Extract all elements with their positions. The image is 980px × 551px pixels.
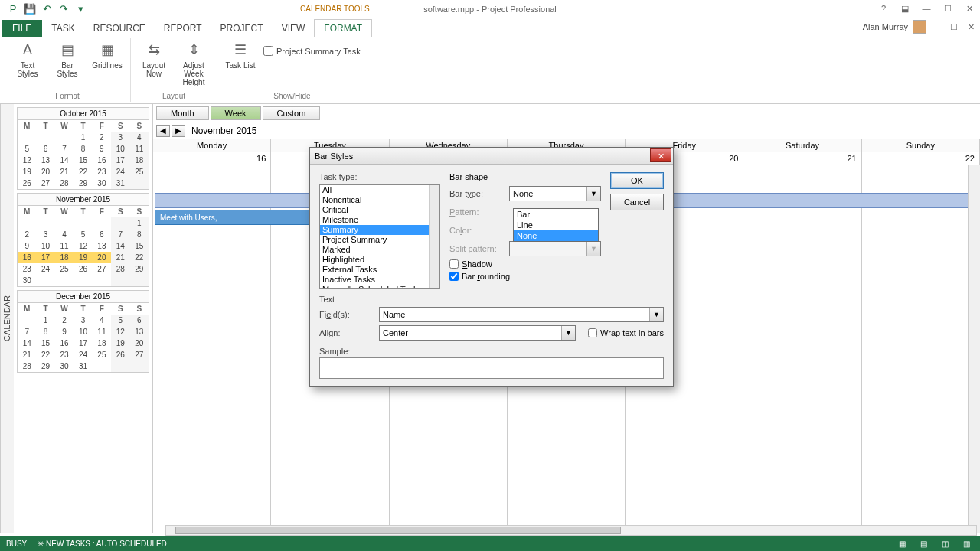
- dropdown-item[interactable]: None: [514, 230, 598, 241]
- status-bar: BUSY ✳ NEW TASKS : AUTO SCHEDULED ▦ ▤ ◫ …: [0, 536, 980, 551]
- view-gantt-icon[interactable]: ▦: [894, 540, 910, 548]
- bar-styles-button[interactable]: ▤Bar Styles: [51, 41, 84, 78]
- list-item[interactable]: Critical: [320, 205, 439, 215]
- tab-task[interactable]: TASK: [42, 20, 83, 37]
- task-list-icon: ☰: [230, 41, 251, 60]
- list-scrollbar[interactable]: [429, 185, 439, 288]
- pattern-label: Pattern:: [449, 207, 505, 217]
- tab-report[interactable]: REPORT: [155, 20, 211, 37]
- close-icon[interactable]: ✕: [962, 4, 977, 14]
- sample-label: Sample:: [319, 347, 664, 356]
- help-icon[interactable]: ?: [876, 4, 891, 14]
- layout-now-button[interactable]: ⇆Layout Now: [137, 41, 171, 78]
- list-item[interactable]: Summary: [320, 225, 439, 235]
- sidebar-tab-calendar[interactable]: CALENDAR: [0, 104, 14, 533]
- list-item[interactable]: External Tasks: [320, 265, 439, 275]
- window-title: software.mpp - Project Professional: [423, 5, 557, 14]
- list-item[interactable]: All: [320, 185, 439, 195]
- chevron-down-icon[interactable]: ▼: [586, 187, 600, 201]
- task-type-list[interactable]: AllNoncriticalCriticalMilestoneSummaryPr…: [319, 184, 440, 289]
- tab-view[interactable]: VIEW: [273, 20, 315, 37]
- gridlines-button[interactable]: ▦Gridlines: [90, 41, 124, 70]
- tab-resource[interactable]: RESOURCE: [84, 20, 155, 37]
- list-item[interactable]: Highlighted: [320, 255, 439, 265]
- doc-restore-icon[interactable]: ☐: [948, 22, 960, 32]
- redo-icon[interactable]: ↷: [57, 2, 70, 16]
- sample-box: [319, 357, 664, 379]
- task-type-label: Task type:: [319, 172, 440, 181]
- file-tab[interactable]: FILE: [2, 20, 42, 37]
- list-item[interactable]: Marked: [320, 245, 439, 255]
- mini-cal-title: November 2015: [18, 194, 149, 206]
- dialog-title: Bar Styles: [315, 152, 353, 161]
- project-summary-check[interactable]: Project Summary Task: [263, 41, 361, 56]
- day-header: Saturday: [743, 139, 861, 152]
- view-custom-button[interactable]: Custom: [263, 106, 321, 120]
- doc-minimize-icon[interactable]: ―: [931, 22, 943, 31]
- task-list-button[interactable]: ☰Task List: [224, 41, 257, 70]
- split-pattern-label: Split pattern:: [449, 244, 505, 253]
- maximize-icon[interactable]: ☐: [940, 4, 956, 14]
- group-showhide: Show/Hide: [272, 90, 312, 102]
- list-item[interactable]: Noncritical: [320, 195, 439, 205]
- tab-format[interactable]: FORMAT: [314, 19, 372, 37]
- user-name[interactable]: Alan Murray: [863, 22, 908, 31]
- bar-type-label: Bar type:: [449, 189, 505, 198]
- cancel-button[interactable]: Cancel: [610, 194, 664, 210]
- status-newtasks: NEW TASKS : AUTO SCHEDULED: [46, 540, 167, 548]
- status-busy: BUSY: [6, 540, 27, 548]
- bar-type-combo[interactable]: None▼: [509, 186, 601, 201]
- doc-close-icon[interactable]: ✕: [965, 22, 977, 32]
- mini-cal-title: October 2015: [18, 108, 149, 120]
- avatar[interactable]: [913, 20, 926, 34]
- rounding-check[interactable]: Bar rounding: [449, 272, 601, 281]
- list-item[interactable]: Inactive Tasks: [320, 275, 439, 285]
- vertical-scrollbar[interactable]: [968, 165, 980, 533]
- text-styles-button[interactable]: AText Styles: [11, 41, 44, 78]
- adjust-week-button[interactable]: ⇕Adjust Week Height: [177, 41, 211, 86]
- ok-button[interactable]: OK: [610, 172, 664, 189]
- adjust-week-icon: ⇕: [183, 41, 204, 60]
- view-calendar-icon[interactable]: ▤: [916, 540, 931, 548]
- calendar-tools-label: CALENDAR TOOLS: [300, 5, 370, 13]
- view-network-icon[interactable]: ◫: [937, 540, 952, 548]
- view-week-button[interactable]: Week: [211, 106, 261, 120]
- view-month-button[interactable]: Month: [156, 106, 209, 120]
- view-resource-icon[interactable]: ▥: [959, 540, 974, 548]
- list-item[interactable]: Milestone: [320, 215, 439, 225]
- save-icon[interactable]: 💾: [23, 2, 37, 16]
- group-layout: Layout: [161, 90, 187, 102]
- group-format: Format: [54, 90, 81, 102]
- day-header: Sunday: [862, 139, 979, 152]
- dialog-close-button[interactable]: ✕: [650, 148, 671, 162]
- layout-now-icon: ⇆: [143, 41, 165, 60]
- fields-combo[interactable]: Name▼: [379, 307, 664, 322]
- list-item[interactable]: Manually Scheduled Tasks: [320, 285, 439, 289]
- shadow-check[interactable]: Shadow: [449, 259, 601, 269]
- split-pattern-combo: ▼: [509, 241, 601, 256]
- horizontal-scrollbar[interactable]: [165, 525, 977, 536]
- tab-project[interactable]: PROJECT: [211, 20, 273, 37]
- bar-styles-icon: ▤: [57, 41, 78, 60]
- day-header: Monday: [153, 139, 270, 152]
- color-label: Color:: [449, 226, 505, 235]
- wrap-check[interactable]: Wrap text in bars: [588, 328, 664, 337]
- bar-shape-label: Bar shape: [449, 172, 601, 181]
- nav-next-icon[interactable]: ▶: [172, 125, 185, 137]
- bar-type-dropdown[interactable]: BarLineNone: [513, 208, 599, 242]
- dropdown-item[interactable]: Bar: [514, 209, 598, 220]
- dropdown-item[interactable]: Line: [514, 220, 598, 230]
- mini-cal-title: December 2015: [18, 291, 149, 303]
- align-label: Align:: [319, 328, 374, 337]
- project-icon: P: [6, 2, 20, 16]
- ribbon-collapse-icon[interactable]: ⬓: [897, 4, 913, 14]
- bar-styles-dialog: Bar Styles ✕ Task type: AllNoncriticalCr…: [309, 147, 674, 387]
- minimize-icon[interactable]: ―: [919, 4, 934, 14]
- align-combo[interactable]: Center▼: [379, 325, 576, 341]
- undo-icon[interactable]: ↶: [40, 2, 54, 16]
- nav-prev-icon[interactable]: ◀: [156, 125, 170, 137]
- mini-calendar-panel: October 2015MTWTFSS123456789101112131415…: [14, 104, 153, 533]
- list-item[interactable]: Project Summary: [320, 235, 439, 245]
- qat-more-icon[interactable]: ▾: [74, 2, 87, 16]
- month-label: November 2015: [187, 126, 256, 136]
